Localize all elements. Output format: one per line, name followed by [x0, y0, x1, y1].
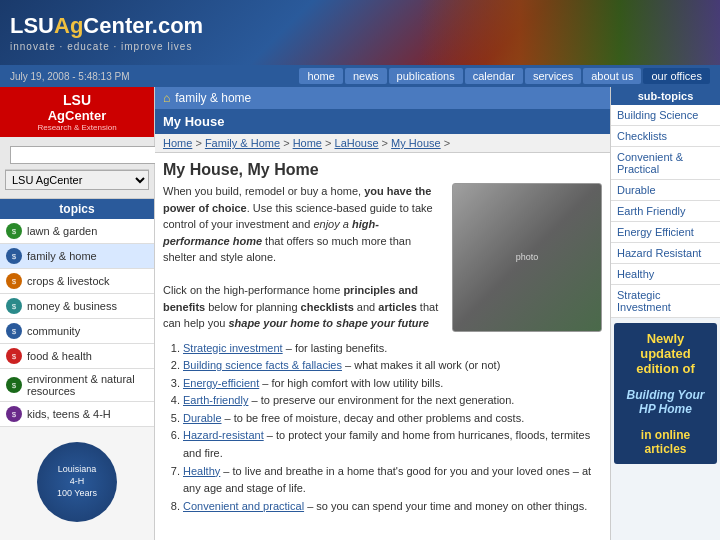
- search-box: Go: [5, 141, 149, 170]
- subtopic-checklists[interactable]: Checklists: [611, 126, 720, 147]
- right-sidebar: sub-topics Building Science Checklists C…: [610, 87, 720, 540]
- sidebar-item-community[interactable]: $ community: [0, 319, 154, 344]
- subtopic-building-science[interactable]: Building Science: [611, 105, 720, 126]
- list-hazard[interactable]: Hazard-resistant: [183, 429, 264, 441]
- left-sidebar: LSU AgCenter Research & Extension Go LSU…: [0, 87, 155, 540]
- section-title-bar: My House: [155, 109, 610, 134]
- sidebar-item-environment[interactable]: $ environment & natural resources: [0, 369, 154, 402]
- sub-topics-header: sub-topics: [611, 87, 720, 105]
- kids-icon: $: [6, 406, 22, 422]
- subtopic-energy-efficient[interactable]: Energy Efficient: [611, 222, 720, 243]
- list-convenient[interactable]: Convenient and practical: [183, 500, 304, 512]
- agcenter-logo-sub: Research & Extension: [5, 123, 149, 132]
- content-area: ⌂ family & home My House Home > Family &…: [155, 87, 610, 540]
- site-tagline: innovate · educate · improve lives: [10, 41, 203, 52]
- promo-line1: Newly updated: [622, 331, 709, 361]
- sidebar-label-family: family & home: [27, 250, 97, 262]
- crops-icon: $: [6, 273, 22, 289]
- page-heading: My House, My Home: [155, 153, 610, 183]
- sidebar-label-food: food & health: [27, 350, 92, 362]
- header-photo: [420, 0, 720, 65]
- nav-news[interactable]: news: [345, 68, 387, 84]
- nav-publications[interactable]: publications: [389, 68, 463, 84]
- family-icon: $: [6, 248, 22, 264]
- promo-box: Newly updated edition of Building Your H…: [614, 323, 717, 464]
- list-durable[interactable]: Durable: [183, 412, 222, 424]
- sidebar-item-crops[interactable]: $ crops & livestock: [0, 269, 154, 294]
- sidebar-label-environment: environment & natural resources: [27, 373, 148, 397]
- site-header: LSUAgCenter.com innovate · educate · imp…: [0, 0, 720, 65]
- subtopic-durable[interactable]: Durable: [611, 180, 720, 201]
- checklist-section: Strategic investment – for lasting benef…: [155, 340, 610, 520]
- nav-services[interactable]: services: [525, 68, 581, 84]
- content-body: When you build, remodel or buy a home, y…: [155, 183, 610, 340]
- lawn-icon: $: [6, 223, 22, 239]
- sidebar-item-money[interactable]: $ money & business: [0, 294, 154, 319]
- sidebar-label-lawn: lawn & garden: [27, 225, 97, 237]
- promo-line4: HP Home: [622, 402, 709, 416]
- breadcrumb-home2[interactable]: Home: [293, 137, 322, 149]
- agcenter-logo-box: LSU AgCenter Research & Extension: [0, 87, 154, 137]
- breadcrumb-home[interactable]: Home: [163, 137, 192, 149]
- sidebar-label-money: money & business: [27, 300, 117, 312]
- subtopic-healthy[interactable]: Healthy: [611, 264, 720, 285]
- subtopic-convenient[interactable]: Convenient & Practical: [611, 147, 720, 180]
- content-text: When you build, remodel or buy a home, y…: [163, 183, 444, 332]
- section-title: My House: [163, 114, 224, 129]
- sidebar-item-lawn[interactable]: $ lawn & garden: [0, 219, 154, 244]
- sidebar-item-kids[interactable]: $ kids, teens & 4-H: [0, 402, 154, 427]
- section-header-bar: ⌂ family & home: [155, 87, 610, 109]
- environment-icon: $: [6, 377, 22, 393]
- breadcrumb: Home > Family & Home > Home > LaHouse > …: [155, 134, 610, 153]
- sidebar-item-family[interactable]: $ family & home: [0, 244, 154, 269]
- subtopic-hazard-resistant[interactable]: Hazard Resistant: [611, 243, 720, 264]
- agcenter-logo-text: AgCenter: [5, 108, 149, 123]
- breadcrumb-family[interactable]: Family & Home: [205, 137, 280, 149]
- promo-line5: in online articles: [622, 428, 709, 456]
- nav-calendar[interactable]: calendar: [465, 68, 523, 84]
- breadcrumb-myhouse[interactable]: My House: [391, 137, 441, 149]
- fourh-logo: Louisiana4-H100 Years: [37, 442, 117, 522]
- lsu-select[interactable]: LSU AgCenter: [5, 170, 149, 190]
- main-layout: LSU AgCenter Research & Extension Go LSU…: [0, 87, 720, 540]
- community-icon: $: [6, 323, 22, 339]
- family-home-label: family & home: [175, 91, 251, 105]
- nav-offices[interactable]: our offices: [643, 68, 710, 84]
- list-healthy[interactable]: Healthy: [183, 465, 220, 477]
- search-input[interactable]: [10, 146, 158, 164]
- content-image: photo: [452, 183, 602, 332]
- fourh-logo-area: Louisiana4-H100 Years: [0, 437, 154, 527]
- sidebar-item-food[interactable]: $ food & health: [0, 344, 154, 369]
- money-icon: $: [6, 298, 22, 314]
- food-icon: $: [6, 348, 22, 364]
- sidebar-label-crops: crops & livestock: [27, 275, 110, 287]
- subtopic-earth-friendly[interactable]: Earth Friendly: [611, 201, 720, 222]
- nav-home[interactable]: home: [299, 68, 343, 84]
- promo-line2: edition of: [622, 361, 709, 376]
- list-energy[interactable]: Energy-efficient: [183, 377, 259, 389]
- topics-header: topics: [0, 199, 154, 219]
- main-navbar: July 19, 2008 - 5:48:13 PM home news pub…: [0, 65, 720, 87]
- list-building[interactable]: Building science facts & fallacies: [183, 359, 342, 371]
- list-earth[interactable]: Earth-friendly: [183, 394, 248, 406]
- lsu-logo-text: LSU: [5, 92, 149, 108]
- subtopic-strategic[interactable]: Strategic Investment: [611, 285, 720, 318]
- breadcrumb-lahouse[interactable]: LaHouse: [335, 137, 379, 149]
- sidebar-label-community: community: [27, 325, 80, 337]
- promo-line3: Building Your: [622, 388, 709, 402]
- site-logo: LSUAgCenter.com: [10, 13, 203, 39]
- nav-about[interactable]: about us: [583, 68, 641, 84]
- home-icon: ⌂: [163, 91, 170, 105]
- list-strategic[interactable]: Strategic investment: [183, 342, 283, 354]
- date-display: July 19, 2008 - 5:48:13 PM: [10, 71, 130, 82]
- sidebar-label-kids: kids, teens & 4-H: [27, 408, 111, 420]
